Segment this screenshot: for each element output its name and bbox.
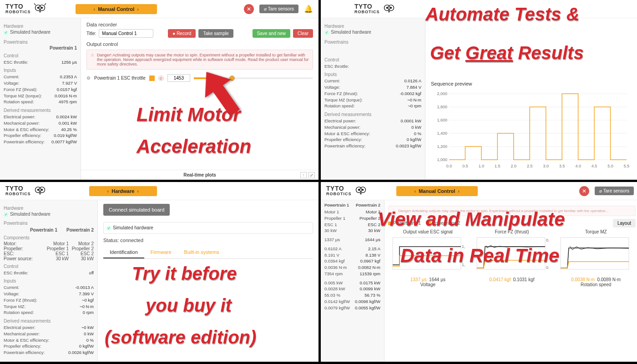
hw-heading: Hardware (4, 206, 94, 211)
svg-text:4.0: 4.0 (575, 164, 581, 168)
headline-1: View and Manipulate (378, 209, 565, 229)
tab-builtin[interactable]: Built-in systems (178, 247, 226, 258)
svg-text:2,000: 2,000 (437, 91, 447, 96)
metric-row: Powertrain efficiency:0.0023 kgf/W (324, 143, 421, 149)
metric-row: 8.191 V8.138 V (324, 252, 380, 258)
close-icon[interactable]: ✕ (244, 4, 254, 14)
headline-1: Try it before (132, 264, 237, 283)
control-heading: Control (4, 264, 94, 269)
metric-row: 0.0079 kgf/W0.0055 kgf/W (324, 305, 380, 311)
pt2-head[interactable]: Powertrain 2 (356, 203, 380, 207)
sidebar: Hardware Simulated hardware Powertrains … (0, 200, 98, 362)
esc-value: 1256 μs (61, 59, 77, 66)
panel-manual-control: TYTO ROBOTICS ‹Manual Control› ✕ ⌀ Tare … (0, 0, 318, 180)
component-row: ESC:ESC 1ESC 2 (4, 251, 94, 256)
brand-sub: ROBOTICS (5, 10, 31, 14)
save-new-button[interactable]: Save and new (253, 29, 290, 38)
pt2-tab[interactable]: Powertrain 2 (66, 228, 94, 233)
brand-name: TYTO (5, 186, 31, 192)
brand-sub: ROBOTICS (326, 192, 352, 196)
tare-button[interactable]: ⌀ Tare sensors (595, 187, 634, 195)
expand-icon[interactable]: ⤢ (308, 172, 315, 178)
metric-row: Powertrain efficiency:0.0026 kgf/W (4, 349, 94, 356)
metric-row: Rotation speed:~0 rpm (324, 103, 421, 109)
close-icon[interactable]: ✕ (579, 186, 589, 196)
svg-text:0.10: 0.10 (546, 238, 550, 243)
brand-sub: ROBOTICS (5, 192, 31, 196)
chart-torque-title: Torque MZ (556, 229, 636, 234)
svg-text:1,000: 1,000 (437, 157, 447, 162)
recorder-title: Data recorder (86, 22, 313, 27)
svg-text:4.5: 4.5 (592, 164, 597, 168)
metric-row: Motor & ESC efficiency:0 % (4, 337, 94, 344)
derived-heading: Derived measurements (4, 318, 94, 324)
up-icon[interactable]: ↑ (300, 172, 307, 178)
metric-row: 30 kW30 kW (324, 228, 380, 234)
status-text: Status: connected (103, 238, 313, 243)
chart-title: Sequence preview (431, 81, 634, 86)
pt-heading: Powertrains (4, 40, 77, 45)
bell-icon[interactable]: 🔔 (304, 5, 313, 13)
esc-throttle-label: Powertrain 1 ESC throttle (94, 76, 146, 81)
metric-row: Torque MZ (torque):~0 N·m (324, 97, 421, 103)
svg-text:2.0: 2.0 (511, 164, 517, 168)
svg-text:1,800: 1,800 (437, 105, 447, 109)
derived-heading: Derived measurements (4, 108, 77, 113)
mode-label: Hardware (111, 188, 134, 194)
chart-torque: Torque MZ 0.0038 N·m 0.0089 N·m Rotation… (556, 229, 636, 288)
panel-realtime: TYTOROBOTICS ‹Manual Control› ✕ ⌀ Tare s… (321, 182, 637, 362)
tab-firmware[interactable]: Firmware (144, 247, 178, 258)
metric-row: 0.0142 kgf/W0.0098 kgf/W (324, 298, 380, 305)
svg-point-6 (386, 7, 388, 9)
take-sample-button[interactable]: Take sample (198, 29, 233, 38)
mode-pill[interactable]: ‹Manual Control› (396, 186, 478, 196)
sim-status: Simulated hardware (324, 30, 421, 35)
brand-logo: TYTOROBOTICS (354, 3, 395, 15)
metric-row: 7354 rpm11539 rpm (324, 271, 380, 277)
metric-row: 0.6102 A2.15 A (324, 246, 380, 252)
svg-text:3.5: 3.5 (559, 164, 565, 168)
series-color-chip (149, 76, 155, 81)
mode-pill[interactable]: ‹Manual Control› (76, 4, 157, 14)
svg-text:1.0: 1.0 (479, 164, 485, 168)
tab-identification[interactable]: Identification (103, 247, 144, 258)
metric-row: Propeller efficiency:0 kgf/W (4, 343, 94, 349)
record-button[interactable]: ● Record (168, 29, 196, 38)
pt1-label[interactable]: Powertrain 1 (4, 46, 77, 51)
metric-row: Rotation speed:4975 rpm (4, 99, 77, 105)
chart-voltage-title: Voltage (388, 282, 468, 287)
mode-pill[interactable]: ‹Hardware› (89, 186, 157, 196)
metric-row: Voltage:7.927 V (4, 80, 77, 86)
plots-label[interactable]: Real-time plots (183, 172, 216, 177)
layout-button[interactable]: Layout (613, 219, 636, 228)
owl-icon (383, 3, 395, 15)
pt-heading: Powertrains (324, 40, 421, 45)
inputs-heading: Inputs (324, 72, 421, 77)
svg-text:1,400: 1,400 (437, 131, 447, 136)
connect-button[interactable]: Connect simulated board (103, 204, 170, 216)
brand-name: TYTO (5, 4, 31, 10)
sim-hw-row: Simulated hardware (106, 225, 310, 231)
tare-button[interactable]: ⌀ Tare sensors (259, 5, 298, 13)
brand-logo: TYTO ROBOTICS (5, 3, 46, 15)
headline-2: Acceleration (136, 136, 251, 157)
owl-icon (34, 185, 46, 197)
svg-point-39 (362, 189, 364, 191)
gear-icon[interactable]: ⚙ (86, 76, 91, 81)
svg-text:0.0: 0.0 (446, 164, 452, 168)
cutoff-icon[interactable]: ⊘ (158, 76, 164, 81)
inputs-heading: Inputs (4, 278, 94, 283)
brand-name: TYTO (354, 4, 380, 10)
pt1-tab[interactable]: Powertrain 1 (30, 228, 57, 233)
sequence-chart: 1,0001,2001,4001,6001,8002,0000.00.51.01… (431, 89, 631, 171)
title-input[interactable] (99, 29, 153, 38)
metric-row: Rotation speed:0 rpm (4, 309, 94, 316)
throttle-input[interactable] (167, 74, 190, 82)
metric-row: Mechanical power:0.001 kW (4, 120, 77, 126)
pt1-head[interactable]: Powertrain 1 (324, 203, 349, 207)
svg-text:3.0: 3.0 (543, 164, 549, 168)
clear-button[interactable]: Clear (293, 29, 313, 38)
headline-1: Automate Tests & (425, 5, 580, 24)
component-row: Propeller:Propeller 1Propeller 2 (4, 246, 94, 251)
component-row: Motor:Motor 1Motor 2 (4, 241, 94, 246)
